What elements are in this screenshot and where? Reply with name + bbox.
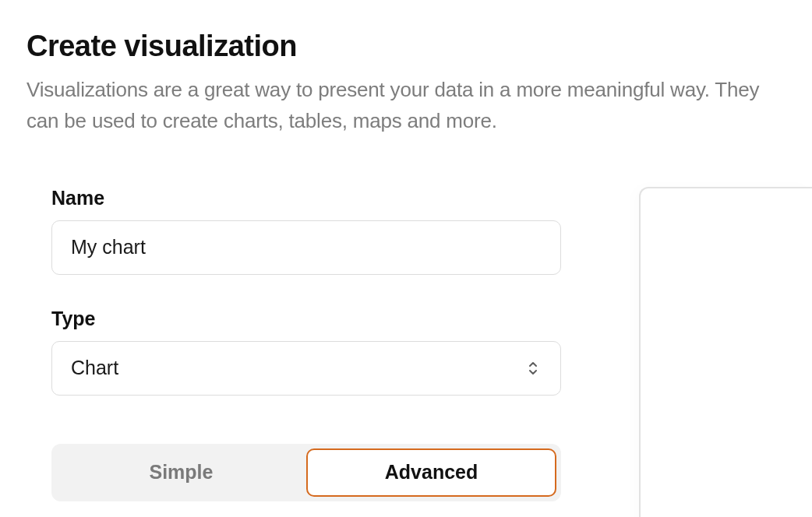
page-description: Visualizations are a great way to presen… bbox=[26, 74, 786, 137]
content-area: Name Type Chart Simple bbox=[0, 137, 812, 517]
form-column: Name Type Chart Simple bbox=[51, 187, 561, 517]
name-label: Name bbox=[51, 187, 561, 209]
tab-simple[interactable]: Simple bbox=[56, 448, 306, 497]
name-input[interactable] bbox=[51, 220, 561, 275]
tab-advanced[interactable]: Advanced bbox=[306, 448, 556, 497]
preview-panel bbox=[639, 187, 812, 517]
tab-advanced-label: Advanced bbox=[385, 461, 478, 484]
page-header: Create visualization Visualizations are … bbox=[0, 0, 812, 137]
type-label: Type bbox=[51, 308, 561, 330]
tab-simple-label: Simple bbox=[150, 461, 214, 484]
field-group-type: Type Chart bbox=[51, 308, 561, 396]
type-select[interactable]: Chart bbox=[51, 341, 561, 396]
type-select-wrap: Chart bbox=[51, 341, 561, 396]
mode-segmented-control: Simple Advanced bbox=[51, 444, 561, 501]
page-title: Create visualization bbox=[26, 30, 786, 63]
type-select-value: Chart bbox=[71, 357, 118, 379]
field-group-name: Name bbox=[51, 187, 561, 275]
